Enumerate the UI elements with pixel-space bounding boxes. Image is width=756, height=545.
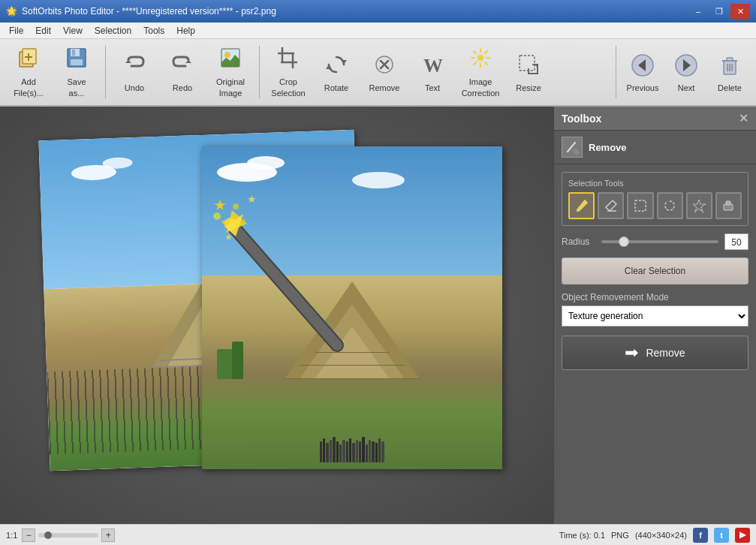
sel-tool-lasso[interactable] — [657, 192, 683, 219]
menu-file[interactable]: File — [3, 24, 29, 38]
zoom-out-button[interactable]: − — [22, 528, 35, 542]
zoom-thumb — [44, 531, 52, 539]
toolbox-body: Selection Tools — [554, 164, 756, 524]
sel-tool-magic[interactable] — [686, 192, 712, 219]
radius-thumb — [619, 236, 629, 247]
toolbox-header: Remove — [554, 131, 756, 164]
close-button[interactable]: ✕ — [730, 4, 750, 19]
nav-area: Previous Next — [613, 43, 750, 101]
sel-tool-rect[interactable] — [627, 192, 653, 219]
next-label: Next — [678, 83, 695, 92]
svg-text:W: W — [423, 55, 443, 77]
svg-rect-7 — [72, 50, 75, 56]
remove-action-button[interactable]: ➡ Remove — [562, 336, 748, 370]
toolbox-section-label: Remove — [589, 142, 627, 153]
menu-view[interactable]: View — [57, 24, 89, 38]
add-files-button[interactable]: AddFile(s)... — [6, 43, 51, 101]
resize-button[interactable]: Resize — [506, 43, 551, 101]
previous-button[interactable]: Previous — [622, 43, 663, 101]
next-icon — [673, 52, 700, 80]
redo-button[interactable]: Redo — [160, 43, 205, 101]
radius-slider[interactable] — [601, 240, 718, 243]
crop-selection-button[interactable]: CropSelection — [266, 43, 311, 101]
sel-tool-stamp[interactable] — [715, 192, 742, 219]
titlebar: 🌟 SoftOrbits Photo Editor - ****Unregist… — [0, 0, 756, 23]
clear-selection-button[interactable]: Clear Selection — [562, 257, 748, 285]
twitter-icon[interactable]: t — [714, 528, 729, 543]
crop-selection-label: CropSelection — [271, 77, 305, 98]
toolbox-titlebar: Toolbox ✕ — [554, 107, 756, 131]
toolbox-title: Toolbox — [562, 113, 601, 125]
sel-tool-eraser[interactable] — [598, 192, 624, 219]
toolbox-close-button[interactable]: ✕ — [739, 111, 748, 125]
image-correction-button[interactable]: ImageCorrection — [458, 43, 503, 101]
remove-arrow-icon: ➡ — [625, 343, 638, 363]
original-image-button[interactable]: OriginalImage — [208, 43, 253, 101]
crop-icon — [276, 46, 300, 74]
undo-label: Undo — [125, 83, 144, 92]
zoom-in-button[interactable]: + — [101, 528, 115, 542]
next-button[interactable]: Next — [666, 43, 706, 101]
main-area: ★ ★ ★ — [0, 107, 756, 524]
save-as-button[interactable]: Saveas... — [54, 43, 99, 101]
toolbar-separator-2 — [259, 46, 260, 98]
redo-label: Redo — [173, 83, 192, 92]
svg-point-11 — [224, 52, 230, 58]
zoom-controls: − + — [22, 528, 115, 542]
delete-button[interactable]: Delete — [709, 43, 750, 101]
object-removal-select[interactable]: Texture generationContent awareInpaint — [562, 306, 748, 327]
svg-point-23 — [477, 55, 483, 61]
svg-rect-24 — [520, 56, 535, 71]
menu-selection[interactable]: Selection — [89, 24, 137, 38]
svg-marker-8 — [125, 60, 131, 63]
text-button[interactable]: W Text — [410, 43, 455, 101]
youtube-icon[interactable]: ▶ — [735, 528, 750, 543]
resize-icon — [517, 53, 541, 80]
menu-tools[interactable]: Tools — [137, 24, 170, 38]
svg-rect-49 — [572, 148, 580, 155]
remove-label: Remove — [369, 83, 400, 92]
image-correction-label: ImageCorrection — [462, 77, 500, 98]
previous-label: Previous — [627, 83, 659, 92]
selection-tools-label: Selection Tools — [568, 179, 742, 188]
window-title: SoftOrbits Photo Editor - ****Unregister… — [22, 6, 276, 17]
zoom-track[interactable] — [38, 533, 98, 537]
menubar: File Edit View Selection Tools Help — [0, 23, 756, 39]
menu-help[interactable]: Help — [170, 24, 201, 38]
svg-rect-52 — [635, 200, 646, 211]
facebook-icon[interactable]: f — [693, 528, 708, 543]
statusbar: 1:1 − + Time (s): 0.1 PNG (440×340×24) f… — [0, 524, 756, 545]
text-label: Text — [425, 83, 440, 92]
canvas-area: ★ ★ ★ — [0, 107, 553, 524]
radius-value[interactable]: 50 — [724, 233, 748, 250]
toolbar-separator-1 — [105, 46, 106, 98]
selection-tools-box: Selection Tools — [562, 172, 748, 226]
delete-label: Delete — [718, 83, 742, 92]
rotate-button[interactable]: Rotate — [314, 43, 359, 101]
original-image-label: OriginalImage — [216, 77, 245, 98]
minimize-button[interactable]: – — [688, 4, 708, 19]
sel-tool-pen[interactable] — [568, 192, 595, 219]
svg-rect-54 — [726, 201, 730, 205]
menu-edit[interactable]: Edit — [29, 24, 57, 38]
restore-button[interactable]: ❐ — [709, 4, 729, 19]
rotate-icon — [324, 53, 348, 80]
size-label: (440×340×24) — [635, 531, 687, 540]
time-label: Time (s): 0.1 — [559, 531, 605, 540]
titlebar-left: 🌟 SoftOrbits Photo Editor - ****Unregist… — [6, 6, 276, 17]
canvas-background: ★ ★ ★ — [0, 107, 553, 524]
svg-marker-9 — [185, 60, 191, 63]
status-right: Time (s): 0.1 PNG (440×340×24) f t ▶ — [559, 528, 750, 543]
remove-button[interactable]: Remove — [362, 43, 407, 101]
radius-row: Radius 50 — [562, 233, 748, 250]
status-left: 1:1 − + — [6, 528, 115, 542]
delete-icon — [716, 52, 743, 80]
selection-tools-row — [568, 192, 742, 219]
titlebar-controls: – ❐ ✕ — [688, 4, 750, 19]
redo-icon — [170, 53, 194, 80]
undo-button[interactable]: Undo — [112, 43, 157, 101]
image-correction-icon — [468, 46, 492, 74]
undo-icon — [122, 53, 146, 80]
svg-rect-6 — [71, 59, 83, 65]
save-as-label: Saveas... — [67, 77, 86, 98]
